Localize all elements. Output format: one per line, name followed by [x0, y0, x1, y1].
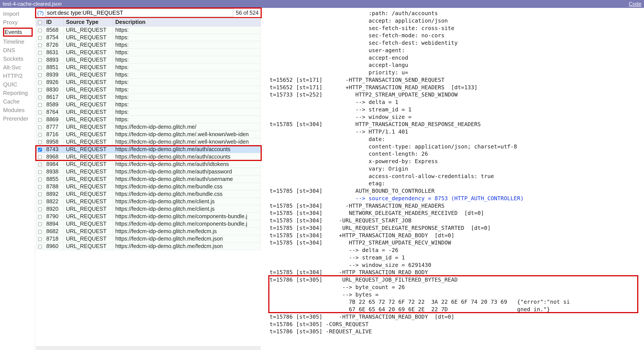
table-row[interactable]: 8926URL_REQUESThttps: [36, 79, 261, 86]
row-checkbox[interactable] [38, 118, 42, 122]
events-table-wrap[interactable]: IDSource TypeDescription 8568URL_REQUEST… [36, 18, 261, 346]
row-checkbox[interactable] [38, 200, 42, 204]
row-checkbox[interactable] [38, 73, 42, 77]
row-source-type: URL_REQUEST [64, 138, 113, 146]
code-link[interactable]: Code [629, 1, 641, 7]
row-description: https://fedcm-idp-demo.glitch.me/compone… [113, 213, 261, 220]
row-checkbox[interactable] [38, 178, 42, 181]
table-row[interactable]: 8716URL_REQUESThttps://fedcm-idp-demo.gl… [36, 131, 261, 138]
row-checkbox[interactable] [38, 133, 42, 137]
sidebar-item-http2[interactable]: HTTP/2 [3, 72, 34, 80]
table-row[interactable]: 8960URL_REQUESThttps://fedcm-idp-demo.gl… [36, 242, 261, 250]
table-row[interactable]: 8855URL_REQUESThttps://fedcm-idp-demo.gl… [36, 175, 261, 183]
sidebar-item-altsvc[interactable]: Alt-Svc [3, 63, 34, 72]
row-checkbox[interactable] [38, 155, 42, 159]
row-checkbox[interactable] [38, 237, 42, 241]
row-id: 8938 [44, 168, 64, 175]
table-row[interactable]: 8788URL_REQUESThttps://fedcm-idp-demo.gl… [36, 183, 261, 190]
row-checkbox[interactable] [38, 230, 42, 234]
table-row[interactable]: 8958URL_REQUESThttps://fedcm-idp-demo.gl… [36, 138, 261, 146]
table-row[interactable]: 8830URL_REQUESThttps: [36, 86, 261, 93]
table-row[interactable]: 8777URL_REQUESThttps://fedcm-idp-demo.gl… [36, 123, 261, 131]
row-checkbox[interactable] [38, 245, 42, 248]
row-source-type: URL_REQUEST [64, 56, 113, 64]
table-row[interactable]: 8851URL_REQUESThttps: [36, 64, 261, 71]
table-row[interactable]: 8938URL_REQUESThttps://fedcm-idp-demo.gl… [36, 168, 261, 175]
source-dependency-link[interactable]: --> source_dependency = 8753 (HTTP_AUTH_… [270, 195, 524, 202]
row-description: https://fedcm-idp-demo.glitch.me/fedcm.j… [113, 235, 261, 242]
row-checkbox[interactable] [38, 163, 42, 166]
table-row[interactable]: 8754URL_REQUESThttps: [36, 34, 261, 41]
row-checkbox[interactable] [38, 36, 42, 40]
sidebar-item-cache[interactable]: Cache [3, 97, 34, 106]
row-checkbox[interactable] [38, 44, 42, 47]
row-id: 8764 [44, 108, 64, 116]
filter-input[interactable] [45, 9, 233, 17]
table-row[interactable]: 8869URL_REQUESThttps: [36, 116, 261, 123]
sidebar-item-proxy[interactable]: Proxy [3, 18, 34, 27]
row-description: https://fedcm-idp-demo.glitch.me/compone… [113, 220, 261, 228]
row-checkbox[interactable] [38, 193, 42, 196]
sidebar-item-sockets[interactable]: Sockets [3, 55, 34, 63]
row-checkbox[interactable] [38, 51, 42, 55]
row-checkbox[interactable] [38, 222, 42, 226]
table-row[interactable]: 8968URL_REQUESThttps://fedcm-idp-demo.gl… [36, 153, 261, 161]
row-checkbox[interactable] [38, 215, 42, 219]
sidebar-item-dns[interactable]: DNS [3, 46, 34, 55]
row-checkbox[interactable] [38, 29, 42, 32]
row-checkbox[interactable] [38, 58, 42, 62]
row-checkbox[interactable] [38, 103, 42, 107]
select-all-checkbox[interactable] [38, 21, 42, 24]
row-checkbox[interactable] [38, 66, 42, 70]
table-row[interactable]: 8589URL_REQUESThttps: [36, 101, 261, 108]
table-row[interactable]: 8568URL_REQUESThttps: [36, 26, 261, 34]
row-description: https://fedcm-idp-demo.glitch.me/auth/us… [113, 175, 261, 183]
titlebar: test-4-cache-cleared.json Code [0, 0, 644, 8]
table-row[interactable]: 8790URL_REQUESThttps://fedcm-idp-demo.gl… [36, 213, 261, 220]
col-id[interactable]: ID [44, 18, 64, 26]
row-checkbox[interactable] [38, 207, 42, 211]
table-row[interactable]: 8764URL_REQUESThttps: [36, 108, 261, 116]
row-description: https://fedcm-idp-demo.glitch.me/bundle.… [113, 190, 261, 198]
table-row[interactable]: 8920URL_REQUESThttps://fedcm-idp-demo.gl… [36, 205, 261, 213]
row-checkbox[interactable] [38, 88, 42, 92]
table-row[interactable]: 8743URL_REQUESThttps://fedcm-idp-demo.gl… [36, 146, 261, 153]
row-checkbox[interactable] [38, 140, 42, 144]
table-row[interactable]: 8894URL_REQUESThttps://fedcm-idp-demo.gl… [36, 220, 261, 228]
table-row[interactable]: 8893URL_REQUESThttps: [36, 56, 261, 64]
table-row[interactable]: 8892URL_REQUESThttps://fedcm-idp-demo.gl… [36, 190, 261, 198]
table-row[interactable]: 8822URL_REQUESThttps://fedcm-idp-demo.gl… [36, 198, 261, 205]
row-checkbox[interactable] [38, 148, 42, 152]
row-checkbox[interactable] [38, 111, 42, 114]
row-checkbox[interactable] [38, 125, 42, 129]
col-source-type[interactable]: Source Type [64, 18, 113, 26]
detail-panel[interactable]: :path: /auth/accounts accept: applicatio… [261, 8, 644, 350]
horizontal-scrollbar[interactable] [36, 346, 261, 350]
table-row[interactable]: 8726URL_REQUESThttps: [36, 41, 261, 49]
col-checkbox[interactable] [36, 18, 44, 26]
table-row[interactable]: 8984URL_REQUESThttps://fedcm-idp-demo.gl… [36, 161, 261, 168]
sidebar-item-reporting[interactable]: Reporting [3, 89, 34, 97]
filter-help-link[interactable]: (?) [37, 10, 44, 16]
sidebar-item-modules[interactable]: Modules [3, 106, 34, 115]
table-row[interactable]: 8718URL_REQUESThttps://fedcm-idp-demo.gl… [36, 235, 261, 242]
row-description: https://fedcm-idp-demo.glitch.me/client.… [113, 205, 261, 213]
col-description[interactable]: Description [113, 18, 261, 26]
row-description: https://fedcm-idp-demo.glitch.me/auth/ac… [113, 146, 261, 153]
table-row[interactable]: 8682URL_REQUESThttps://fedcm-idp-demo.gl… [36, 228, 261, 235]
row-checkbox[interactable] [38, 96, 42, 99]
table-row[interactable]: 8939URL_REQUESThttps: [36, 71, 261, 79]
row-checkbox[interactable] [38, 81, 42, 84]
table-row[interactable]: 8631URL_REQUESThttps: [36, 49, 261, 56]
row-checkbox[interactable] [38, 170, 42, 174]
row-checkbox[interactable] [38, 185, 42, 189]
sidebar-item-prerender[interactable]: Prerender [3, 115, 34, 123]
sidebar-item-events[interactable]: Events [3, 27, 34, 38]
sidebar-item-timeline[interactable]: Timeline [3, 38, 34, 46]
sidebar-item-quic[interactable]: QUIC [3, 80, 34, 89]
row-source-type: URL_REQUEST [64, 153, 113, 161]
table-row[interactable]: 8617URL_REQUESThttps: [36, 93, 261, 101]
row-id: 8568 [44, 26, 64, 34]
row-id: 8754 [44, 34, 64, 41]
sidebar-item-import[interactable]: Import [3, 10, 34, 18]
